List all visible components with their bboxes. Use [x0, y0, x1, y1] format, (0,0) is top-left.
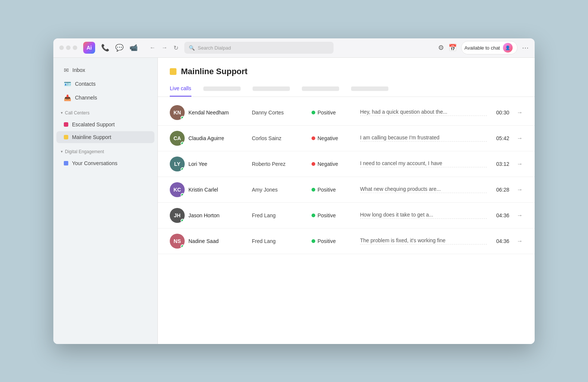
sidebar-item-inbox[interactable]: ✉ Inbox: [56, 64, 154, 77]
mainline-support-label: Mainline Support: [72, 134, 111, 140]
titlebar-nav: ← → ↻: [148, 43, 180, 53]
caller-name: Kendal Needham: [188, 110, 229, 116]
escalated-support-label: Escalated Support: [72, 121, 115, 127]
call-centers-label: Call Centers: [65, 110, 90, 116]
avatar: LY: [170, 157, 185, 171]
sentiment-indicator: [312, 162, 315, 166]
caller-info: NS Nadine Saad: [170, 234, 252, 249]
sidebar-label-channels: Channels: [75, 95, 97, 101]
table-row[interactable]: KN Kendal Needham Danny Cortes Positive …: [158, 100, 535, 126]
calendar-button[interactable]: 📅: [448, 44, 457, 52]
video-icon[interactable]: 📹: [129, 44, 138, 52]
agent-name: Fred Lang: [252, 212, 312, 218]
your-conversations-label: Your Conversations: [72, 160, 118, 166]
avatar: KC: [170, 182, 185, 197]
table-row[interactable]: CA Claudia Aguirre Corlos Sainz Negative…: [158, 126, 535, 151]
sentiment-indicator: [312, 188, 315, 192]
table-row[interactable]: LY Lori Yee Roberto Perez Negative I nee…: [158, 151, 535, 177]
navigate-arrow[interactable]: →: [514, 161, 523, 167]
digital-engagement-section-header[interactable]: ▾ Digital Engagement: [53, 146, 157, 157]
online-indicator: [181, 167, 184, 171]
transcript-text: What new chequing products are...: [360, 186, 487, 193]
table-row[interactable]: KC Kristin Carlel Amy Jones Positive Wha…: [158, 177, 535, 203]
titlebar-right: ⚙ 📅 Available to chat 👤 ⋯: [438, 41, 529, 54]
main-layout: ✉ Inbox 🪪 Contacts 📥 Channels ▾ Call Cen…: [53, 58, 535, 344]
sidebar-item-channels[interactable]: 📥 Channels: [56, 91, 154, 104]
calls-list: KN Kendal Needham Danny Cortes Positive …: [158, 97, 535, 257]
sentiment-label: Negative: [318, 161, 338, 167]
more-button[interactable]: ⋯: [522, 44, 529, 52]
call-duration: 03:12: [487, 161, 509, 167]
sidebar-item-mainline-support[interactable]: Mainline Support: [56, 131, 154, 143]
agent-name: Amy Jones: [252, 187, 312, 193]
tab-placeholder-4: [351, 86, 388, 91]
chat-icon[interactable]: 💬: [115, 44, 123, 52]
table-row[interactable]: JH Jason Horton Fred Lang Positive How l…: [158, 203, 535, 228]
sidebar-item-escalated-support[interactable]: Escalated Support: [56, 119, 154, 130]
forward-button[interactable]: →: [160, 43, 169, 53]
tab-placeholder-3: [302, 86, 339, 91]
channels-icon: 📥: [64, 94, 71, 101]
traffic-lights: [59, 45, 77, 50]
app-logo-text: Ai: [87, 45, 92, 51]
call-centers-section-header[interactable]: ▾ Call Centers: [53, 107, 157, 119]
navigate-arrow[interactable]: →: [514, 135, 523, 142]
sidebar-label-inbox: Inbox: [72, 67, 85, 73]
online-indicator: [181, 219, 184, 222]
transcript-text: The problem is fixed, it's working fine: [360, 237, 487, 244]
sentiment-label: Positive: [318, 110, 336, 116]
agent-name: Danny Cortes: [252, 110, 312, 116]
digital-engagement-label: Digital Engagement: [65, 149, 104, 154]
status-badge[interactable]: Available to chat 👤: [461, 41, 517, 54]
call-duration: 00:30: [487, 110, 509, 116]
page-header: Mainline Support: [158, 58, 535, 76]
sentiment: Positive: [312, 238, 360, 244]
avatar: NS: [170, 234, 185, 249]
search-bar[interactable]: 🔍 Search Dialpad: [184, 42, 334, 54]
transcript-text: How long does it take to get a...: [360, 212, 487, 219]
navigate-arrow[interactable]: →: [514, 238, 523, 244]
transcript-text: Hey, had a quick question about the...: [360, 109, 487, 116]
refresh-button[interactable]: ↻: [172, 43, 180, 53]
caller-info: KN Kendal Needham: [170, 105, 252, 120]
app-logo: Ai: [83, 42, 95, 54]
table-row[interactable]: NS Nadine Saad Fred Lang Positive The pr…: [158, 228, 535, 254]
traffic-light-fullscreen[interactable]: [73, 45, 77, 50]
online-indicator: [181, 142, 184, 145]
navigate-arrow[interactable]: →: [514, 109, 523, 116]
navigate-arrow[interactable]: →: [514, 186, 523, 193]
nav-icons: 📞 💬 📹: [101, 44, 138, 52]
your-conversations-color: [64, 161, 68, 165]
settings-button[interactable]: ⚙: [438, 44, 444, 52]
online-indicator: [181, 116, 184, 120]
titlebar: Ai 📞 💬 📹 ← → ↻ 🔍 Search Dialpad ⚙ 📅 Avai…: [53, 38, 535, 58]
sidebar-label-contacts: Contacts: [75, 81, 96, 87]
agent-name: Fred Lang: [252, 238, 312, 244]
back-button[interactable]: ←: [148, 43, 157, 53]
online-indicator: [181, 193, 184, 197]
sentiment-indicator: [312, 214, 315, 217]
traffic-light-minimize[interactable]: [66, 45, 71, 50]
page-title-icon: [170, 68, 176, 75]
sentiment-indicator: [312, 239, 315, 243]
tabs-bar: Live calls: [158, 81, 535, 97]
status-label: Available to chat: [465, 45, 500, 51]
caller-info: LY Lori Yee: [170, 157, 252, 171]
sentiment-label: Negative: [318, 135, 338, 141]
sentiment: Positive: [312, 187, 360, 193]
sidebar-item-contacts[interactable]: 🪪 Contacts: [56, 78, 154, 91]
caller-info: KC Kristin Carlel: [170, 182, 252, 197]
caller-name: Kristin Carlel: [188, 187, 218, 193]
sentiment-indicator: [312, 136, 315, 140]
caller-name: Nadine Saad: [188, 238, 219, 244]
tab-live-calls[interactable]: Live calls: [170, 81, 191, 97]
sentiment-label: Positive: [318, 187, 336, 193]
page-title: Mainline Support: [181, 67, 247, 76]
agent-name: Roberto Perez: [252, 161, 312, 167]
phone-icon[interactable]: 📞: [101, 44, 109, 52]
sentiment: Positive: [312, 110, 360, 116]
navigate-arrow[interactable]: →: [514, 212, 523, 219]
avatar: CA: [170, 131, 185, 146]
sidebar-item-your-conversations[interactable]: Your Conversations: [56, 157, 154, 169]
traffic-light-close[interactable]: [59, 45, 64, 50]
